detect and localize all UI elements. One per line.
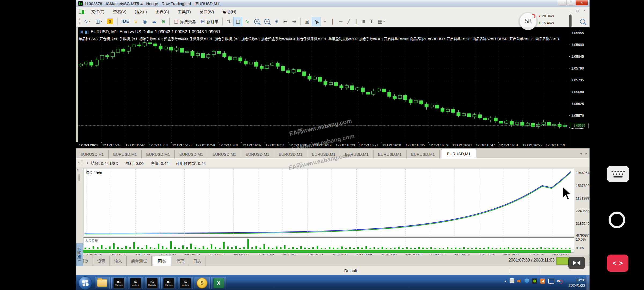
bars-mode-icon[interactable]: ◫ [233,17,242,26]
zoom-out-button[interactable]: − [262,17,272,26]
chart-tab-8[interactable]: EURUSD,M1 [340,150,373,159]
time-tick [522,142,522,143]
chart-tab-5[interactable]: EURUSD,M1 [241,150,274,159]
trendline-icon[interactable]: ╱ [345,17,352,26]
fibo-icon[interactable]: ≡ [360,17,367,26]
menu-item-4[interactable]: 工具(T) [173,8,195,15]
chart-tab-3[interactable]: EURUSD,M1 [175,150,208,159]
strategy-tester-side-tab[interactable]: 策略测试 [76,243,83,266]
hline-icon[interactable]: ─ [337,17,345,26]
printer-tray-icon[interactable] [510,279,514,283]
menu-item-3[interactable]: 图表(C) [151,8,173,15]
menu-item-0[interactable]: 文件(F) [87,8,109,15]
price-chart[interactable]: ⊞ ◧ EURUSD, M1: Euro vs US Dollar 1.0904… [76,27,590,148]
chart-tab-1[interactable]: EURUSD,M1 [109,150,142,159]
menu-item-2[interactable]: 插入(I) [131,8,151,15]
taskbar-app-mt5-5[interactable]: ıCMarkets [178,277,193,289]
market-icon[interactable]: ⊎ [132,17,140,26]
profile-name[interactable]: Default [344,268,357,273]
mdi-window-controls[interactable]: ─ ▢ × [568,9,587,13]
close-button[interactable]: × [576,0,588,5]
taskbar-app-mt5-4[interactable]: ıCMarkets [161,277,176,289]
text-icon[interactable]: T [368,17,375,26]
muted-speaker-icon[interactable] [557,279,562,283]
overlay-menu-dots[interactable]: ⋮⋮ [587,257,591,262]
keyboard-button[interactable] [607,166,629,182]
start-button[interactable] [79,276,92,290]
chart-tab-6[interactable]: EURUSD,M1 [274,150,307,159]
network-tray-icon[interactable] [548,279,554,284]
community-icon[interactable]: ⊕ [159,17,167,26]
menu-item-1[interactable]: 查看(V) [109,8,131,15]
shift-left-icon[interactable]: ⇤ [281,17,290,26]
latency-ball[interactable]: 58 [519,12,537,30]
legend-balance-label: 结余 [86,171,93,175]
speaker-tray-icon[interactable] [517,279,522,283]
shift-right-icon[interactable]: ⇥ [290,17,298,26]
toolbar-grip[interactable] [79,18,80,25]
close-panel-icon[interactable]: × [76,161,81,165]
ide-button[interactable]: IDE [119,17,132,26]
show-desktop-button[interactable] [587,275,590,290]
window-titlebar[interactable]: 11002378 - ICMarketsSC-MT5-4 - Hedge - R… [76,0,590,7]
indicators-icon[interactable]: ◫▾ [93,17,104,26]
price-tick [569,68,570,68]
vline-icon[interactable]: │ [329,17,336,26]
shapes-icon[interactable]: ▦▾ [376,17,387,26]
camera-icon[interactable]: ▣ [302,17,311,26]
cursor-button[interactable] [312,17,321,26]
circle-button[interactable] [609,212,625,228]
timeframe-icon[interactable]: ⇅ [225,17,233,26]
overlay-scrollbar[interactable] [569,15,572,27]
new-order-button[interactable]: ⊞新订单 [199,17,221,26]
tester-tab-4[interactable]: 图表 [153,256,171,266]
dollar-icon[interactable]: $ [105,17,115,26]
search-icon[interactable] [580,19,585,24]
chart-tab-4[interactable]: EURUSD,M1 [208,150,241,159]
time-tick [358,142,358,143]
chart-tab-10[interactable]: EURUSD,M1 [407,150,440,159]
remote-app-tray-icon[interactable] [540,278,545,284]
crosshair-button[interactable]: + [321,17,329,26]
tester-tab-1[interactable]: 设置 [93,256,110,266]
minimize-button[interactable]: ─ [558,0,566,5]
price-axis[interactable]: 1.059551.059001.058451.057901.057351.056… [569,27,590,148]
taskbar-app-folder[interactable] [95,277,110,289]
taskbar-app-excel[interactable]: X [211,277,226,289]
chart-tab-7[interactable]: EURUSD,M1 [307,150,340,159]
chart-tab-2[interactable]: EURUSD,M1 [142,150,175,159]
nvidia-tray-icon[interactable] [532,278,537,284]
taskbar-app-coin[interactable]: $ [195,277,210,289]
menu-item-5[interactable]: 窗口(W) [195,8,218,15]
chart-tab-0[interactable]: EURUSD,H1 [76,150,109,159]
restore-button[interactable]: ▢ [567,0,575,5]
panel-drag-handle[interactable] [81,161,83,165]
chart-tab-9[interactable]: EURUSD,M1 [374,150,407,159]
channel-icon[interactable]: ∥ [353,17,360,26]
floating-app-button[interactable] [568,257,585,269]
signals-icon[interactable]: ◉ [140,17,149,26]
zoom-in-button[interactable]: + [252,17,262,26]
taskbar-clock[interactable]: 14:58 2024/1/22 [569,277,585,288]
algo-trading-button[interactable]: ▢算法交易 [171,17,198,26]
taskbar-app-mt5-1[interactable]: ıCMarkets [111,277,126,289]
code-button[interactable]: < > [607,255,628,272]
grid-icon[interactable]: ⊞ [272,17,281,26]
tester-tab-5[interactable]: 代理 [172,256,189,266]
chart-tab-11[interactable]: EURUSD,M1 [441,149,476,159]
tester-tab-2[interactable]: 输入 [110,256,127,266]
time-label: 12 Oct 16:31 [382,143,402,147]
menu-item-6[interactable]: 帮助(H) [218,8,240,15]
security-shield-icon[interactable] [525,278,529,284]
chart-type-icon[interactable]: ∿▾ [82,17,93,26]
taskbar-app-mt5-3[interactable]: ıCMarkets [145,277,160,289]
tab-scroll-right-icon[interactable]: ▸ [586,151,587,155]
hidden-icons-arrow[interactable]: ▲ [504,280,507,282]
taskbar-app-mt5-2[interactable]: ıCMarkets [128,277,143,289]
time-axis[interactable]: 12 Oct 202312 Oct 15:4312 Oct 15:4712 Oc… [76,142,569,148]
line-mode-icon[interactable]: ∿ [243,17,251,26]
tab-scroll-left-icon[interactable]: ◂ [580,151,582,155]
cloud-icon[interactable]: ☁ [149,17,159,26]
tester-tab-3[interactable]: 后台测试 [127,256,152,266]
tester-tab-6[interactable]: 日志 [189,256,206,266]
